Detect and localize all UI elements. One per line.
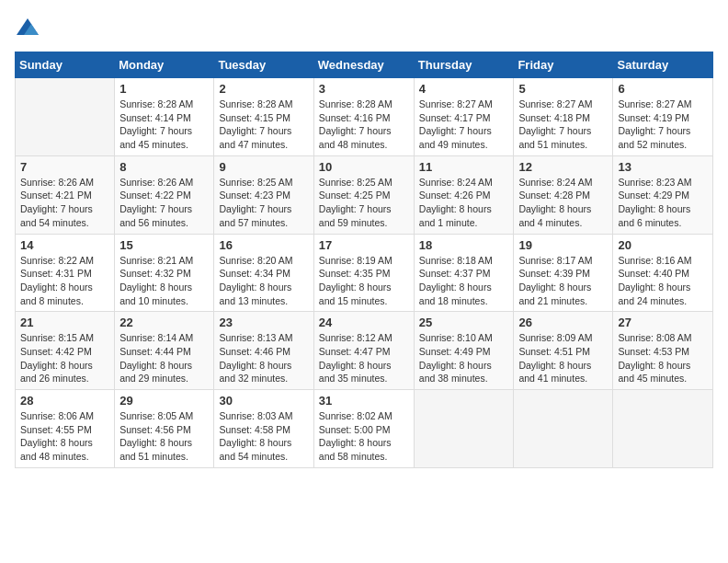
day-number: 17 — [319, 238, 409, 252]
day-info: Sunrise: 8:16 AM Sunset: 4:40 PM Dayligh… — [618, 254, 708, 308]
calendar-cell — [414, 390, 514, 468]
day-number: 24 — [319, 316, 409, 329]
calendar-table: SundayMondayTuesdayWednesdayThursdayFrid… — [15, 52, 713, 468]
weekday-header-row: SundayMondayTuesdayWednesdayThursdayFrid… — [16, 52, 713, 78]
day-info: Sunrise: 8:13 AM Sunset: 4:46 PM Dayligh… — [219, 331, 308, 385]
page-header — [15, 15, 713, 40]
day-number: 1 — [119, 82, 209, 96]
day-number: 3 — [319, 82, 409, 96]
calendar-cell: 7Sunrise: 8:26 AM Sunset: 4:21 PM Daylig… — [16, 155, 115, 234]
calendar-cell: 27Sunrise: 8:08 AM Sunset: 4:53 PM Dayli… — [613, 312, 713, 390]
day-number: 13 — [618, 160, 708, 174]
calendar-cell: 31Sunrise: 8:02 AM Sunset: 5:00 PM Dayli… — [313, 390, 414, 468]
logo-icon — [15, 15, 40, 40]
weekday-header-cell: Thursday — [414, 52, 514, 78]
calendar-cell: 29Sunrise: 8:05 AM Sunset: 4:56 PM Dayli… — [115, 390, 214, 468]
calendar-cell: 21Sunrise: 8:15 AM Sunset: 4:42 PM Dayli… — [16, 312, 115, 390]
weekday-header-cell: Friday — [514, 52, 613, 78]
day-number: 11 — [419, 160, 509, 174]
calendar-cell: 22Sunrise: 8:14 AM Sunset: 4:44 PM Dayli… — [115, 312, 214, 390]
day-number: 7 — [20, 160, 109, 174]
calendar-cell: 8Sunrise: 8:26 AM Sunset: 4:22 PM Daylig… — [115, 155, 214, 234]
day-info: Sunrise: 8:22 AM Sunset: 4:31 PM Dayligh… — [20, 254, 109, 308]
day-number: 6 — [618, 82, 708, 96]
day-info: Sunrise: 8:09 AM Sunset: 4:51 PM Dayligh… — [518, 331, 608, 385]
day-info: Sunrise: 8:10 AM Sunset: 4:49 PM Dayligh… — [419, 331, 509, 385]
weekday-header-cell: Tuesday — [214, 52, 313, 78]
day-info: Sunrise: 8:26 AM Sunset: 4:21 PM Dayligh… — [20, 176, 109, 230]
day-info: Sunrise: 8:02 AM Sunset: 5:00 PM Dayligh… — [319, 409, 409, 464]
day-info: Sunrise: 8:20 AM Sunset: 4:34 PM Dayligh… — [219, 254, 308, 308]
calendar-cell: 10Sunrise: 8:25 AM Sunset: 4:25 PM Dayli… — [313, 155, 414, 234]
calendar-cell: 30Sunrise: 8:03 AM Sunset: 4:58 PM Dayli… — [214, 390, 313, 468]
weekday-header-cell: Sunday — [16, 52, 115, 78]
day-number: 26 — [518, 316, 608, 329]
day-number: 14 — [20, 238, 109, 252]
day-info: Sunrise: 8:28 AM Sunset: 4:15 PM Dayligh… — [219, 98, 308, 152]
day-number: 10 — [319, 160, 409, 174]
calendar-cell — [514, 390, 613, 468]
day-info: Sunrise: 8:27 AM Sunset: 4:19 PM Dayligh… — [618, 98, 708, 152]
calendar-cell: 19Sunrise: 8:17 AM Sunset: 4:39 PM Dayli… — [514, 234, 613, 312]
day-number: 18 — [419, 238, 509, 252]
day-number: 16 — [219, 238, 308, 252]
calendar-cell: 3Sunrise: 8:28 AM Sunset: 4:16 PM Daylig… — [313, 78, 414, 156]
calendar-cell: 23Sunrise: 8:13 AM Sunset: 4:46 PM Dayli… — [214, 312, 313, 390]
day-info: Sunrise: 8:28 AM Sunset: 4:16 PM Dayligh… — [319, 98, 409, 152]
day-info: Sunrise: 8:17 AM Sunset: 4:39 PM Dayligh… — [518, 254, 608, 308]
calendar-cell: 9Sunrise: 8:25 AM Sunset: 4:23 PM Daylig… — [214, 155, 313, 234]
logo — [15, 15, 44, 40]
calendar-cell: 16Sunrise: 8:20 AM Sunset: 4:34 PM Dayli… — [214, 234, 313, 312]
weekday-header-cell: Saturday — [613, 52, 713, 78]
calendar-cell: 26Sunrise: 8:09 AM Sunset: 4:51 PM Dayli… — [514, 312, 613, 390]
day-number: 19 — [518, 238, 608, 252]
day-info: Sunrise: 8:14 AM Sunset: 4:44 PM Dayligh… — [119, 331, 209, 385]
day-number: 21 — [20, 316, 109, 329]
day-number: 20 — [618, 238, 708, 252]
calendar-cell: 24Sunrise: 8:12 AM Sunset: 4:47 PM Dayli… — [313, 312, 414, 390]
day-info: Sunrise: 8:06 AM Sunset: 4:55 PM Dayligh… — [20, 409, 109, 464]
calendar-cell: 13Sunrise: 8:23 AM Sunset: 4:29 PM Dayli… — [613, 155, 713, 234]
calendar-cell: 4Sunrise: 8:27 AM Sunset: 4:17 PM Daylig… — [414, 78, 514, 156]
calendar-cell: 25Sunrise: 8:10 AM Sunset: 4:49 PM Dayli… — [414, 312, 514, 390]
day-number: 8 — [119, 160, 209, 174]
calendar-cell: 6Sunrise: 8:27 AM Sunset: 4:19 PM Daylig… — [613, 78, 713, 156]
day-info: Sunrise: 8:03 AM Sunset: 4:58 PM Dayligh… — [219, 409, 308, 464]
calendar-cell: 1Sunrise: 8:28 AM Sunset: 4:14 PM Daylig… — [115, 78, 214, 156]
day-number: 30 — [219, 394, 308, 408]
calendar-week-row: 14Sunrise: 8:22 AM Sunset: 4:31 PM Dayli… — [16, 234, 713, 312]
weekday-header-cell: Monday — [115, 52, 214, 78]
day-info: Sunrise: 8:23 AM Sunset: 4:29 PM Dayligh… — [618, 176, 708, 230]
day-number: 25 — [419, 316, 509, 329]
calendar-body: 1Sunrise: 8:28 AM Sunset: 4:14 PM Daylig… — [16, 78, 713, 468]
day-info: Sunrise: 8:12 AM Sunset: 4:47 PM Dayligh… — [319, 331, 409, 385]
calendar-cell: 14Sunrise: 8:22 AM Sunset: 4:31 PM Dayli… — [16, 234, 115, 312]
day-info: Sunrise: 8:28 AM Sunset: 4:14 PM Dayligh… — [119, 98, 209, 152]
day-info: Sunrise: 8:21 AM Sunset: 4:32 PM Dayligh… — [119, 254, 209, 308]
day-number: 27 — [618, 316, 708, 329]
calendar-week-row: 7Sunrise: 8:26 AM Sunset: 4:21 PM Daylig… — [16, 155, 713, 234]
calendar-week-row: 28Sunrise: 8:06 AM Sunset: 4:55 PM Dayli… — [16, 390, 713, 468]
calendar-cell: 12Sunrise: 8:24 AM Sunset: 4:28 PM Dayli… — [514, 155, 613, 234]
calendar-cell: 2Sunrise: 8:28 AM Sunset: 4:15 PM Daylig… — [214, 78, 313, 156]
day-number: 23 — [219, 316, 308, 329]
day-info: Sunrise: 8:26 AM Sunset: 4:22 PM Dayligh… — [119, 176, 209, 230]
day-info: Sunrise: 8:19 AM Sunset: 4:35 PM Dayligh… — [319, 254, 409, 308]
calendar-cell: 11Sunrise: 8:24 AM Sunset: 4:26 PM Dayli… — [414, 155, 514, 234]
day-info: Sunrise: 8:15 AM Sunset: 4:42 PM Dayligh… — [20, 331, 109, 385]
calendar-week-row: 21Sunrise: 8:15 AM Sunset: 4:42 PM Dayli… — [16, 312, 713, 390]
day-number: 5 — [518, 82, 608, 96]
day-number: 4 — [419, 82, 509, 96]
day-info: Sunrise: 8:27 AM Sunset: 4:18 PM Dayligh… — [518, 98, 608, 152]
day-info: Sunrise: 8:24 AM Sunset: 4:26 PM Dayligh… — [419, 176, 509, 230]
calendar-cell — [16, 78, 115, 156]
calendar-cell — [613, 390, 713, 468]
day-number: 31 — [319, 394, 409, 408]
day-info: Sunrise: 8:25 AM Sunset: 4:25 PM Dayligh… — [319, 176, 409, 230]
calendar-cell: 17Sunrise: 8:19 AM Sunset: 4:35 PM Dayli… — [313, 234, 414, 312]
day-number: 15 — [119, 238, 209, 252]
day-number: 22 — [119, 316, 209, 329]
day-info: Sunrise: 8:18 AM Sunset: 4:37 PM Dayligh… — [419, 254, 509, 308]
day-info: Sunrise: 8:24 AM Sunset: 4:28 PM Dayligh… — [518, 176, 608, 230]
day-info: Sunrise: 8:05 AM Sunset: 4:56 PM Dayligh… — [119, 409, 209, 464]
